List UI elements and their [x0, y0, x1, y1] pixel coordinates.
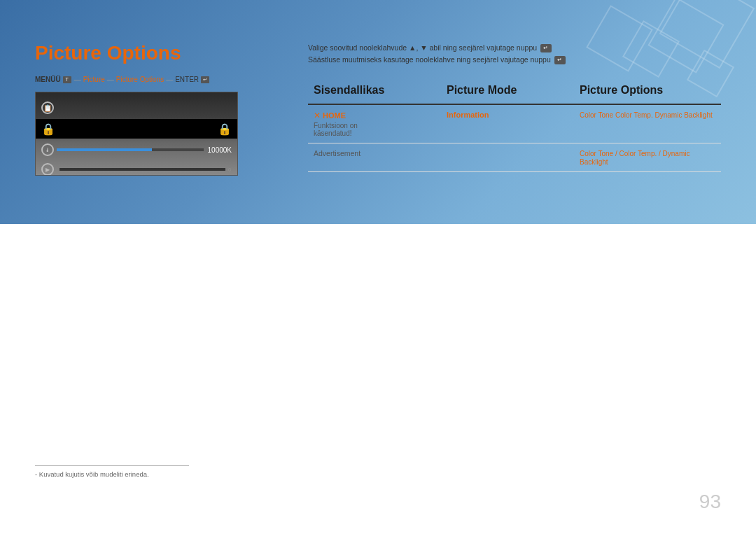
preview-row-3: 🌡 10000K [36, 140, 237, 160]
slider-bar [57, 148, 204, 151]
preview-bar-4 [59, 168, 225, 171]
decorative-squares [546, 0, 756, 140]
preview-inner: 📋 🔒 🔒 🌡 10000K ▶ [36, 92, 237, 175]
preview-row2-icons: 🔒 🔒 [41, 122, 232, 136]
home-cell: ✕ HOME [314, 111, 435, 120]
preview-row-4: ▶ ○ [36, 160, 237, 176]
slider-fill [57, 148, 152, 151]
home-label: HOME [323, 111, 346, 120]
preview-label-4: ○ [228, 166, 232, 173]
lock-left-icon: 🔒 [41, 122, 55, 136]
footer-text: - Kuvatud kujutis võib mudeliti erineda. [35, 470, 189, 478]
preview-icon-1: 📋 [41, 101, 54, 114]
color-options-2: Color Tone / Color Temp. / Dynamic Backl… [580, 150, 690, 166]
breadcrumb-enter: ENTER [175, 76, 199, 83]
enter-icon: ↵ [201, 76, 209, 83]
preview-box: 📋 🔒 🔒 🌡 10000K ▶ [35, 92, 238, 176]
footer-line [35, 465, 189, 466]
page-number: 93 [699, 491, 721, 513]
slider-value: 10000K [208, 146, 232, 154]
breadcrumb-picture-options: Picture Options [116, 76, 164, 83]
preview-icon-4: ▶ [41, 163, 54, 176]
slider-container: 10000K [57, 146, 232, 154]
left-column: Picture Options MENÜÜ T — Picture — Pict… [35, 42, 287, 176]
mode-information: Information [447, 111, 489, 119]
preview-row-2: 🔒 🔒 [36, 119, 237, 139]
menu-icon: T [63, 76, 71, 83]
source-advertisement: Advertisement [314, 149, 360, 157]
breadcrumb-picture: Picture [83, 76, 105, 83]
lock-right-icon: 🔒 [218, 122, 232, 136]
cell-options-2: Color Tone / Color Temp. / Dynamic Backl… [574, 143, 721, 171]
table-row-2: Advertisement Color Tone / Color Temp. /… [308, 143, 721, 171]
home-subtitle: Funktsioon onkäsendatud! [314, 122, 435, 137]
breadcrumb: MENÜÜ T — Picture — Picture Options — EN… [35, 76, 287, 83]
cell-source-2: Advertisement [308, 143, 441, 171]
breadcrumb-menu: MENÜÜ [35, 76, 61, 83]
preview-row-1: 📋 [36, 98, 237, 118]
page-title: Picture Options [35, 42, 287, 64]
header-source: Sisendallikas [308, 80, 441, 104]
cell-source-1: ✕ HOME Funktsioon onkäsendatud! [308, 104, 441, 143]
preview-icon-3: 🌡 [41, 143, 54, 156]
cell-mode-2 [441, 143, 574, 171]
home-x-icon: ✕ [314, 111, 321, 120]
footer-note: - Kuvatud kujutis võib mudeliti erineda. [35, 465, 189, 478]
